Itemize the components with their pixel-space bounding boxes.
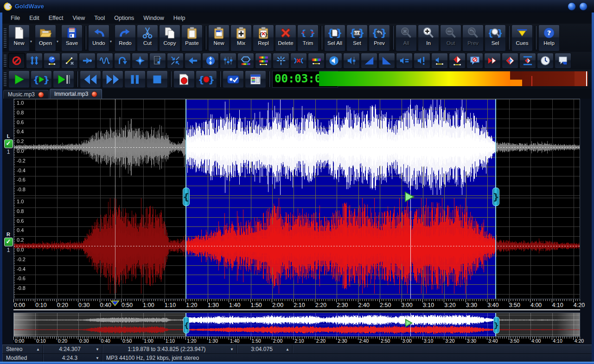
noise-reduction-button[interactable] bbox=[255, 53, 272, 69]
up-arrow-icon[interactable]: ▲ bbox=[286, 347, 289, 351]
menu-edit[interactable]: Edit bbox=[25, 13, 44, 23]
overview-selection-start-handle[interactable]: { bbox=[183, 317, 189, 333]
prev-button[interactable]: Prev bbox=[462, 25, 484, 51]
repl-button[interactable]: { }Repl bbox=[253, 25, 274, 51]
channel-checkbox[interactable]: ✓ bbox=[4, 139, 13, 148]
echo-button[interactable] bbox=[114, 53, 131, 69]
record-selection-button[interactable]: {} bbox=[196, 70, 217, 88]
selection-start-handle[interactable]: { bbox=[183, 188, 190, 206]
down-arrow-icon[interactable]: ▼ bbox=[96, 356, 99, 360]
redo-button[interactable]: Redo bbox=[115, 25, 136, 51]
up-arrow-icon[interactable]: ▲ bbox=[36, 347, 40, 351]
open-button[interactable]: Open bbox=[35, 25, 56, 51]
pitch-button[interactable] bbox=[44, 53, 60, 69]
flange-button[interactable] bbox=[132, 53, 148, 69]
trim-button[interactable]: { }Trim bbox=[297, 25, 319, 51]
device-controls-button[interactable] bbox=[519, 53, 536, 69]
mix-device-button[interactable] bbox=[502, 53, 518, 69]
compressor-button[interactable] bbox=[167, 53, 184, 69]
fade-out-button[interactable] bbox=[378, 53, 395, 69]
help-button[interactable]: ?Help bbox=[538, 25, 560, 51]
overview-time-axis[interactable]: 0:000:100:200:300:400:501:001:101:201:30… bbox=[13, 337, 580, 344]
overview-selection-end-handle[interactable]: } bbox=[493, 317, 499, 333]
all-button[interactable]: All bbox=[396, 25, 417, 51]
overview-playback-marker[interactable] bbox=[405, 319, 413, 329]
paste-button[interactable]: Paste bbox=[181, 25, 203, 51]
sel-all-button[interactable]: {}Sel All bbox=[324, 25, 345, 51]
rewind-button[interactable] bbox=[80, 70, 101, 88]
menu-view[interactable]: View bbox=[68, 13, 89, 23]
channel-checkbox[interactable]: ✓ bbox=[4, 238, 13, 246]
menu-file[interactable]: File bbox=[6, 13, 25, 23]
playback-marker[interactable] bbox=[404, 191, 415, 204]
in-button[interactable]: In bbox=[418, 25, 439, 51]
pop-click-button[interactable] bbox=[273, 53, 289, 69]
status-total-length[interactable]: 4:24.307 ▼ bbox=[43, 345, 102, 353]
change-volume-button[interactable] bbox=[343, 53, 360, 69]
menu-effect[interactable]: Effect bbox=[44, 13, 68, 23]
menu-help[interactable]: Help bbox=[169, 13, 190, 23]
minimize-button[interactable] bbox=[568, 2, 576, 11]
filter-button[interactable] bbox=[149, 53, 166, 69]
close-button[interactable] bbox=[579, 2, 588, 11]
adjust-cue-button[interactable] bbox=[26, 53, 43, 69]
menu-tool[interactable]: Tool bbox=[89, 13, 109, 23]
delete-button[interactable]: Delete bbox=[275, 25, 296, 51]
feedback-button[interactable] bbox=[555, 53, 571, 69]
doppler-button[interactable] bbox=[96, 53, 113, 69]
cue-marker[interactable] bbox=[111, 300, 119, 308]
new-button[interactable]: New bbox=[208, 25, 230, 51]
tab-music-mp3[interactable]: Music.mp3 bbox=[3, 90, 49, 99]
cues-button[interactable]: Cues bbox=[511, 25, 533, 51]
status-selection-range[interactable]: 1:19.878 to 3:43.825 (2:23.947) ▼ bbox=[102, 345, 237, 353]
shape-volume-button[interactable] bbox=[431, 53, 448, 69]
pan-button[interactable] bbox=[449, 53, 466, 69]
prev-button[interactable]: {}Prev bbox=[369, 25, 390, 51]
dropdown-arrow[interactable]: ▾ bbox=[30, 39, 34, 44]
smoother-button[interactable] bbox=[308, 53, 325, 69]
disable-gap-button[interactable] bbox=[8, 53, 25, 69]
undo-button[interactable]: Undo bbox=[88, 25, 109, 51]
monitor-input-button[interactable] bbox=[223, 70, 244, 88]
volume-button[interactable] bbox=[326, 53, 342, 69]
stop-button[interactable] bbox=[147, 70, 168, 88]
maximize-volume-button[interactable] bbox=[414, 53, 430, 69]
silence-reduction-button[interactable] bbox=[290, 53, 307, 69]
sel-button[interactable]: {}Sel bbox=[485, 25, 506, 51]
copy-button[interactable]: Copy bbox=[159, 25, 180, 51]
status-playback-position[interactable]: 3:04.075 ▲ bbox=[237, 345, 293, 353]
noise-gate-button[interactable] bbox=[466, 53, 483, 69]
tab-close-icon[interactable] bbox=[91, 91, 97, 97]
play-selection-button[interactable]: {} bbox=[31, 70, 52, 88]
fade-in-button[interactable] bbox=[361, 53, 377, 69]
set-button[interactable]: {}123Set bbox=[346, 25, 368, 51]
tab-immortal-mp3[interactable]: Immortal.mp3 bbox=[50, 89, 102, 99]
selection-end-handle[interactable]: } bbox=[492, 188, 499, 206]
down-arrow-icon[interactable]: ▼ bbox=[230, 347, 234, 351]
dropdown-arrow[interactable]: ▾ bbox=[57, 39, 61, 44]
dropdown-arrow[interactable]: ▾ bbox=[110, 39, 114, 44]
mix-button[interactable]: Mix bbox=[230, 25, 252, 51]
playback-device-button[interactable] bbox=[484, 53, 501, 69]
timer-button[interactable] bbox=[537, 53, 554, 69]
new-button[interactable]: New bbox=[8, 25, 30, 51]
expression-evaluator-button[interactable] bbox=[61, 53, 78, 69]
pause-button[interactable] bbox=[124, 70, 146, 88]
equalizer-button[interactable] bbox=[220, 53, 236, 69]
menu-window[interactable]: Window bbox=[139, 13, 168, 23]
mechanize-button[interactable] bbox=[237, 53, 254, 69]
record-button[interactable] bbox=[173, 70, 195, 88]
save-button[interactable]: Save bbox=[61, 25, 83, 51]
fast-forward-button[interactable] bbox=[102, 70, 123, 88]
match-volume-button[interactable] bbox=[396, 53, 413, 69]
cut-button[interactable]: Cut bbox=[137, 25, 158, 51]
main-time-axis[interactable]: 0:000:100:200:300:400:501:001:101:201:30… bbox=[13, 299, 580, 310]
out-button[interactable]: Out bbox=[440, 25, 461, 51]
play-current-button[interactable] bbox=[53, 70, 74, 88]
control-properties-button[interactable] bbox=[245, 70, 266, 88]
offset-button[interactable] bbox=[79, 53, 96, 69]
status-channel-mode[interactable]: Stereo ▲ bbox=[2, 345, 43, 353]
play-button[interactable] bbox=[8, 70, 30, 88]
title-bar[interactable]: GoldWave bbox=[0, 0, 594, 13]
invert-button[interactable] bbox=[202, 53, 219, 69]
